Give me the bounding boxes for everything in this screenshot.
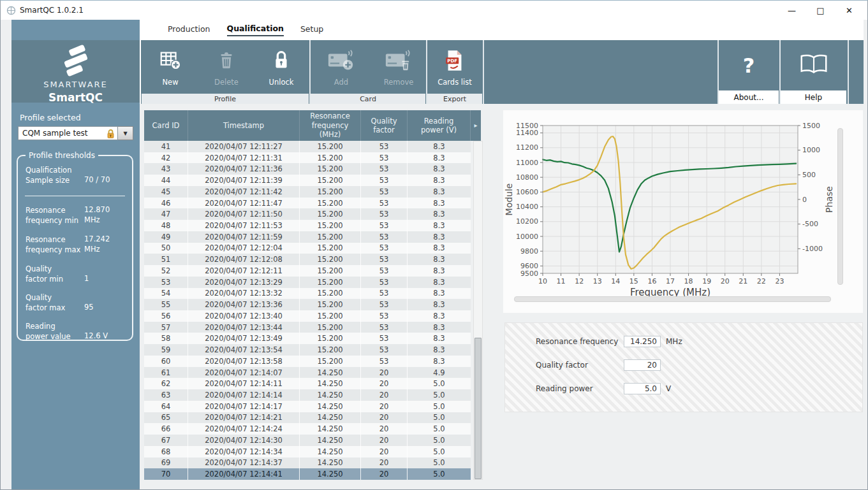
header-card-id[interactable]: Card ID: [144, 110, 188, 141]
window-title: SmartQC 1.0.2.1: [20, 6, 84, 15]
reading-power-field: Reading power 5.0 V: [536, 382, 671, 395]
table-row[interactable]: 702020/04/07 12:14:4114.250205.0: [144, 468, 471, 480]
table-row[interactable]: 522020/04/07 12:12:1115.200538.3: [144, 265, 471, 277]
table-cell: 2020/04/07 12:11:42: [188, 186, 300, 198]
profile-dropdown-value-box[interactable]: CQM sample test: [18, 126, 118, 140]
table-row[interactable]: 512020/04/07 12:12:0815.200538.3: [144, 254, 471, 265]
table-row[interactable]: 592020/04/07 12:13:5415.200538.3: [144, 344, 471, 356]
profile-dropdown[interactable]: CQM sample test ▼: [18, 126, 133, 140]
table-cell: 52: [144, 265, 188, 277]
help-button[interactable]: Help: [781, 40, 846, 104]
table-row[interactable]: 552020/04/07 12:13:3615.200538.3: [144, 299, 471, 310]
lock-locked-icon: [106, 129, 115, 141]
window-controls: — □ ✕: [777, 1, 864, 20]
table-row[interactable]: 472020/04/07 12:11:5015.200538.3: [144, 208, 471, 220]
tab-production[interactable]: Production: [168, 24, 210, 36]
table-row[interactable]: 452020/04/07 12:11:4215.200538.3: [144, 186, 471, 198]
table-row[interactable]: 582020/04/07 12:13:4915.200538.3: [144, 333, 471, 344]
table-cell: 53: [361, 277, 408, 288]
card-table-body: 412020/04/07 12:11:2715.200538.3422020/0…: [144, 141, 471, 480]
column-expand-icon[interactable]: ▸: [471, 110, 481, 141]
header-timestamp[interactable]: Timestamp: [188, 110, 300, 141]
table-row[interactable]: 432020/04/07 12:11:3615.200538.3: [144, 163, 471, 175]
table-row[interactable]: 622020/04/07 12:14:1114.250205.0: [144, 378, 471, 389]
table-cell: 20: [361, 401, 408, 412]
threshold-label: Reading power value: [26, 321, 84, 342]
table-cell: 15.200: [300, 198, 361, 209]
table-row[interactable]: 542020/04/07 12:13:3215.200538.3: [144, 288, 471, 299]
table-row[interactable]: 492020/04/07 12:11:5915.200538.3: [144, 231, 471, 243]
table-row[interactable]: 502020/04/07 12:12:0415.200538.3: [144, 243, 471, 254]
table-cell: 8.3: [408, 198, 471, 209]
table-row[interactable]: 562020/04/07 12:13:4015.200538.3: [144, 310, 471, 322]
delete-button[interactable]: Delete: [206, 45, 247, 94]
table-row[interactable]: 422020/04/07 12:11:3115.200538.3: [144, 152, 471, 164]
quality-factor-input[interactable]: 20: [624, 359, 661, 371]
threshold-row: Reading power value 12.6 V: [26, 321, 124, 342]
table-row[interactable]: 652020/04/07 12:14:2114.250205.0: [144, 412, 471, 424]
dropdown-arrow-button[interactable]: ▼: [118, 126, 133, 140]
table-cell: 50: [144, 243, 188, 254]
table-cell: 14.250: [300, 446, 361, 458]
table-cell: 2020/04/07 12:14:41: [188, 468, 300, 480]
table-cell: 2020/04/07 12:11:47: [188, 198, 300, 209]
maximize-button[interactable]: □: [806, 1, 835, 20]
app-icon: [6, 6, 16, 18]
table-cell: 8.3: [408, 254, 471, 265]
table-row[interactable]: 612020/04/07 12:14:0714.250204.9: [144, 367, 471, 378]
table-cell: 8.3: [408, 231, 471, 243]
table-cell: 15.200: [300, 310, 361, 322]
table-cell: 53: [361, 152, 408, 164]
table-row[interactable]: 632020/04/07 12:14:1414.250205.0: [144, 389, 471, 401]
table-cell: 68: [144, 446, 188, 458]
threshold-label: Quality factor min: [26, 264, 84, 284]
table-row[interactable]: 462020/04/07 12:11:4715.200538.3: [144, 198, 471, 209]
table-row[interactable]: 572020/04/07 12:13:4415.200538.3: [144, 322, 471, 333]
resonance-frequency-input[interactable]: 14.250: [624, 336, 661, 347]
svg-text:11200: 11200: [516, 143, 538, 152]
tab-qualification[interactable]: Qualification: [227, 24, 284, 36]
table-cell: 2020/04/07 12:14:30: [188, 435, 300, 446]
svg-text:10200: 10200: [516, 217, 538, 226]
table-row[interactable]: 602020/04/07 12:13:5815.200538.3: [144, 356, 471, 367]
table-cell: 20: [361, 412, 408, 424]
unlock-button[interactable]: Unlock: [261, 45, 302, 94]
about-button[interactable]: ? About...: [719, 40, 779, 104]
table-cell: 8.3: [408, 299, 471, 310]
add-card-button[interactable]: Add: [321, 45, 362, 94]
svg-text:-1000: -1000: [802, 245, 823, 253]
threshold-label: Qualification Sample size: [26, 165, 84, 185]
scrollbar-thumb[interactable]: [474, 338, 482, 479]
close-button[interactable]: ✕: [835, 1, 864, 20]
table-row[interactable]: 442020/04/07 12:11:3915.200538.3: [144, 175, 471, 186]
table-row[interactable]: 662020/04/07 12:14:2414.250205.0: [144, 423, 471, 435]
table-row[interactable]: 642020/04/07 12:14:1714.250205.0: [144, 401, 471, 412]
table-row[interactable]: 682020/04/07 12:14:3414.250205.0: [144, 446, 471, 458]
table-row[interactable]: 412020/04/07 12:11:2715.200538.3: [144, 141, 471, 152]
table-row[interactable]: 482020/04/07 12:11:5315.200538.3: [144, 220, 471, 231]
table-add-icon: [150, 45, 191, 76]
header-reading-power[interactable]: Reading power (V): [408, 110, 471, 141]
table-scrollbar[interactable]: [473, 141, 483, 480]
table-cell: 2020/04/07 12:11:31: [188, 152, 300, 164]
header-quality-factor[interactable]: Quality factor: [361, 110, 408, 141]
table-cell: 53: [361, 322, 408, 333]
threshold-row: Quality factor max 95: [26, 292, 124, 313]
table-row[interactable]: 532020/04/07 12:13:2915.200538.3: [144, 277, 471, 288]
minimize-button[interactable]: —: [777, 1, 806, 20]
tab-setup[interactable]: Setup: [300, 24, 323, 36]
chart-vertical-slider[interactable]: [837, 128, 843, 285]
table-cell: 8.3: [408, 265, 471, 277]
cards-list-button[interactable]: PDF Cards list: [434, 45, 475, 94]
table-cell: 8.3: [408, 333, 471, 344]
table-row[interactable]: 692020/04/07 12:14:3714.250205.0: [144, 458, 471, 469]
table-cell: 53: [361, 163, 408, 175]
header-resonance-frequency[interactable]: Resonance frequency (MHz): [300, 110, 361, 141]
table-row[interactable]: 672020/04/07 12:14:3014.250205.0: [144, 435, 471, 446]
remove-card-button[interactable]: Remove: [378, 45, 419, 94]
threshold-value: 12.870 MHz: [84, 205, 124, 226]
table-cell: 14.250: [300, 389, 361, 401]
reading-power-input[interactable]: 5.0: [624, 383, 661, 394]
chart-horizontal-slider[interactable]: [514, 296, 831, 302]
new-button[interactable]: New: [150, 45, 191, 94]
